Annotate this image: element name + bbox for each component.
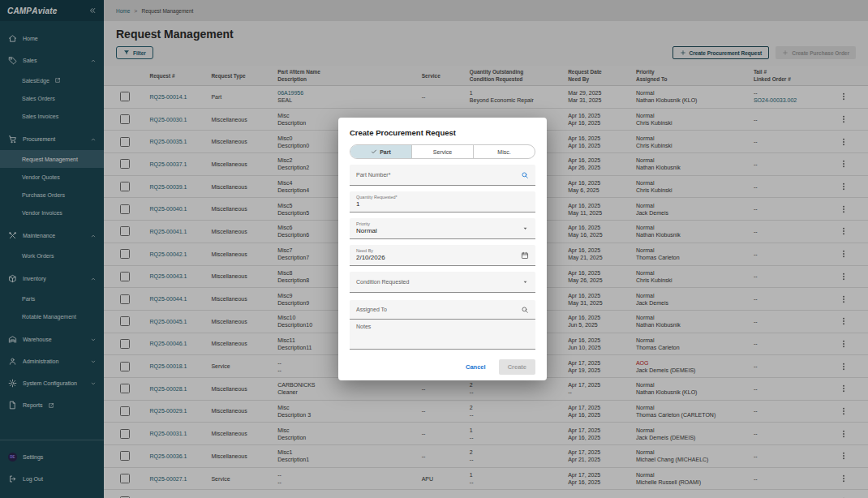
tab-service[interactable]: Service xyxy=(412,145,474,158)
part-number-placeholder: Part Number* xyxy=(356,172,390,178)
quantity-requested-value: 1 xyxy=(356,200,359,208)
dialog-title: Create Procurement Request xyxy=(350,128,535,137)
condition-requested-placeholder: Condition Requested xyxy=(356,279,409,285)
chevron-down-icon xyxy=(522,278,529,285)
tab-part[interactable]: Part xyxy=(350,145,412,158)
need-by-field[interactable]: Need By 2/10/2026 xyxy=(350,245,535,266)
quantity-requested-label: Quantity Requested* xyxy=(356,195,397,200)
part-number-field[interactable]: Part Number* xyxy=(350,165,535,186)
cancel-button[interactable]: Cancel xyxy=(466,363,486,371)
create-button[interactable]: Create xyxy=(499,359,535,375)
dialog-tab-group: Part Service Misc. xyxy=(350,144,535,159)
search-icon[interactable] xyxy=(521,306,529,314)
condition-requested-select[interactable]: Condition Requested xyxy=(350,272,535,293)
notes-placeholder: Notes xyxy=(356,324,371,329)
tab-misc[interactable]: Misc. xyxy=(474,145,535,158)
notes-field[interactable]: Notes xyxy=(350,320,535,350)
check-icon xyxy=(371,148,377,155)
priority-label: Priority xyxy=(356,221,370,226)
need-by-value: 2/10/2026 xyxy=(356,254,385,261)
assigned-to-field[interactable]: Assigned To xyxy=(350,300,535,320)
priority-value: Normal xyxy=(356,227,377,234)
create-procurement-request-dialog: Create Procurement Request Part Service … xyxy=(338,118,547,380)
tab-part-label: Part xyxy=(380,149,391,155)
need-by-label: Need By xyxy=(356,248,373,253)
assigned-to-placeholder: Assigned To xyxy=(356,307,387,312)
chevron-down-icon xyxy=(522,225,529,232)
tab-service-label: Service xyxy=(433,149,452,155)
search-icon[interactable] xyxy=(521,171,529,179)
calendar-icon[interactable] xyxy=(521,251,529,260)
tab-misc-label: Misc. xyxy=(497,149,510,155)
priority-select[interactable]: Priority Normal xyxy=(350,218,535,239)
quantity-requested-field[interactable]: Quantity Requested* 1 xyxy=(350,191,535,213)
